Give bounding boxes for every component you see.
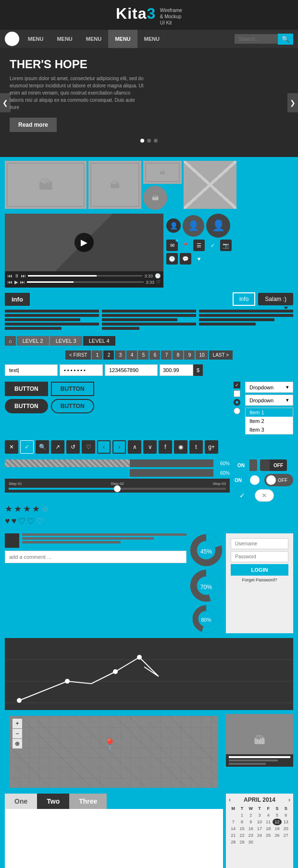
map-layers-button[interactable]: ⊕ (12, 739, 22, 748)
dropdown-2[interactable]: Dropdown ▾ (245, 395, 293, 406)
calendar-day[interactable]: 16 (247, 825, 255, 832)
tab-three[interactable]: Three (69, 794, 107, 809)
button-2[interactable]: BUTTON (51, 382, 94, 396)
up-icon[interactable]: ∧ (128, 440, 141, 454)
number-input[interactable] (105, 364, 158, 376)
play-button-2[interactable]: ▶ (14, 279, 18, 285)
nav-item-3[interactable]: MENU (79, 30, 108, 48)
check-icon-2[interactable]: ✓ (20, 440, 34, 454)
page-10-button[interactable]: 10 (196, 350, 208, 360)
calendar-day[interactable]: 19 (273, 825, 281, 832)
off-toggle[interactable]: OFF (260, 459, 287, 471)
page-5-button[interactable]: 5 (138, 350, 149, 360)
breadcrumb-level-2[interactable]: LEVEL 2 (17, 336, 49, 346)
calendar-day[interactable]: 8 (237, 819, 246, 825)
page-2-button[interactable]: 2 (103, 350, 114, 360)
dropdown-item-1[interactable]: Item 1 (246, 408, 293, 417)
button-5[interactable]: BUTTON (51, 399, 94, 413)
calendar-day[interactable]: 27 (282, 832, 290, 839)
calendar-day[interactable]: 17 (255, 825, 264, 832)
dropdown-1[interactable]: Dropdown ▾ (245, 382, 293, 393)
map-zoom-out-button[interactable]: − (12, 729, 22, 738)
share-icon[interactable]: ↗ (51, 440, 64, 454)
prev-button[interactable]: ⏮ (8, 279, 12, 285)
slider-track[interactable] (9, 488, 226, 490)
calendar-day[interactable]: 10 (255, 819, 264, 825)
camera-icon[interactable]: 📷 (220, 240, 232, 251)
history-icon[interactable]: ↺ (66, 440, 80, 454)
radio-unchecked[interactable] (234, 408, 240, 414)
calendar-day[interactable]: 15 (237, 825, 246, 832)
button-6[interactable]: BUTTON (97, 399, 140, 413)
pause-button[interactable]: ⏸ (14, 273, 19, 278)
text-input[interactable] (5, 364, 58, 376)
dropdown-item-2[interactable]: Item 2 (246, 417, 293, 425)
page-8-button[interactable]: 8 (173, 350, 183, 360)
angle-right-icon[interactable]: › (236, 440, 249, 454)
checkbox-checked[interactable]: ✓ (234, 382, 240, 388)
calendar-day[interactable]: 24 (255, 832, 264, 839)
heart-4[interactable]: ♡ (27, 516, 35, 527)
star-3[interactable]: ★ (23, 504, 31, 514)
angle-left-icon[interactable]: ‹ (220, 440, 234, 454)
map-zoom-in-button[interactable]: + (12, 719, 22, 728)
checkbox-unchecked[interactable] (234, 390, 240, 397)
chat-icon[interactable]: 💬 (180, 253, 191, 265)
hero-dot-2[interactable] (147, 139, 151, 143)
star-2[interactable]: ★ (14, 504, 22, 514)
calendar-day[interactable]: 9 (247, 819, 255, 825)
calendar-day[interactable]: 25 (264, 832, 273, 839)
heart-1[interactable]: ♥ (5, 516, 10, 527)
dropdown-item-3[interactable]: Item 3 (246, 425, 293, 434)
nav-item-2[interactable]: MENU (50, 30, 79, 48)
button-3[interactable]: BUTTON (97, 382, 140, 396)
page-last-button[interactable]: LAST > (209, 350, 233, 360)
hero-dot-3[interactable] (154, 139, 158, 143)
forgot-password-link[interactable]: Forget Password? (231, 578, 288, 582)
page-4-button[interactable]: 4 (126, 350, 137, 360)
page-1-button[interactable]: 1 (92, 350, 102, 360)
heart-icon[interactable]: ♥ (193, 253, 205, 265)
clock-icon-2[interactable]: 🕐 (166, 253, 178, 265)
heart-icon-2[interactable]: ♡ (82, 440, 95, 454)
page-first-button[interactable]: < FIRST (65, 350, 91, 360)
hero-arrow-right[interactable]: ❯ (287, 93, 298, 112)
calendar-day[interactable]: 18 (264, 825, 273, 832)
next-button[interactable]: ⏭ (20, 279, 25, 285)
calendar-day[interactable]: 11 (264, 819, 273, 825)
page-3-button[interactable]: 3 (115, 350, 125, 360)
calendar-day[interactable]: 12 (273, 819, 281, 825)
calendar-day[interactable]: 30 (247, 839, 255, 845)
search-input[interactable] (235, 34, 278, 44)
password-field[interactable] (231, 551, 288, 562)
read-more-button[interactable]: Read more (10, 118, 57, 132)
heart-2[interactable]: ♥ (12, 516, 17, 527)
calendar-day[interactable]: 4 (264, 812, 273, 819)
check-icon[interactable]: ✓ (207, 240, 218, 251)
calendar-day[interactable]: 13 (282, 819, 290, 825)
hero-dot-1[interactable] (140, 139, 144, 143)
calendar-day[interactable]: 2 (247, 812, 255, 819)
audio-progress-bar[interactable] (27, 281, 144, 283)
slider-thumb[interactable] (114, 485, 121, 492)
calendar-day[interactable]: 21 (229, 832, 237, 839)
chevron-right-icon[interactable]: › (112, 440, 126, 454)
google-plus-icon[interactable]: g+ (205, 440, 218, 454)
heart-3[interactable]: ♡ (18, 516, 25, 527)
skip-forward-button[interactable]: ⏭ (21, 273, 26, 278)
login-button[interactable]: LOGIN (231, 564, 288, 576)
calendar-day[interactable]: 28 (229, 839, 237, 845)
on-toggle[interactable]: ON (233, 459, 257, 471)
page-6-button[interactable]: 6 (149, 350, 160, 360)
tab-two[interactable]: Two (37, 794, 69, 809)
calendar-day[interactable]: 1 (237, 812, 246, 819)
hero-arrow-left[interactable]: ❮ (0, 93, 11, 112)
star-1[interactable]: ★ (5, 504, 12, 514)
calendar-day[interactable]: 5 (273, 812, 281, 819)
username-input[interactable] (231, 538, 288, 549)
skip-back-button[interactable]: ⏮ (8, 273, 12, 278)
breadcrumb-level-3[interactable]: LEVEL 3 (50, 336, 82, 346)
chevron-left-icon[interactable]: ‹ (97, 440, 111, 454)
close-icon[interactable]: ✕ (5, 440, 18, 454)
radio-checked[interactable] (234, 399, 240, 406)
